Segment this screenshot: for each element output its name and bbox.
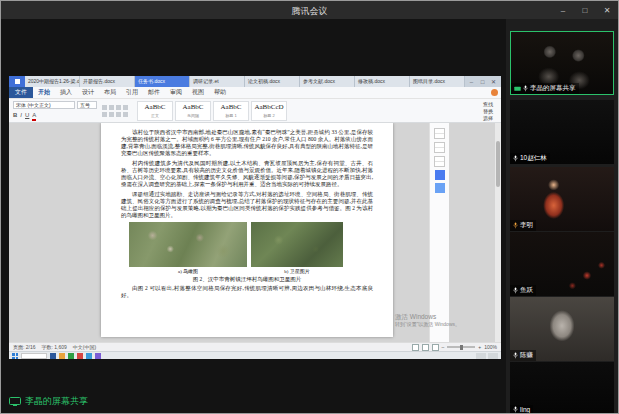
participant-tile[interactable]: 10赵仁林	[510, 100, 614, 164]
web-view-icon[interactable]	[432, 344, 439, 351]
editor-close-button[interactable]: ✕	[489, 78, 498, 85]
system-tray[interactable]	[476, 353, 498, 359]
participant-tile[interactable]: 李晶的屏幕共享	[510, 31, 614, 95]
participant-name: 李晶的屏幕共享	[530, 84, 576, 93]
zoom-slider-thumb[interactable]	[460, 345, 463, 350]
office-home-button[interactable]	[9, 76, 25, 87]
font-group: 宋体 (中文正文) 五号 B I U A	[13, 101, 97, 121]
mic-icon	[513, 352, 518, 359]
file-menu-button[interactable]: 文件	[9, 87, 33, 98]
participant-tile[interactable]: ling	[510, 362, 614, 413]
align-center-icon[interactable]	[109, 112, 114, 117]
font-size-select[interactable]: 五号	[77, 101, 97, 109]
zoom-slider[interactable]	[447, 346, 475, 348]
maximize-button[interactable]: □	[574, 1, 596, 19]
print-view-icon[interactable]	[422, 344, 429, 351]
navigation-panel-icon[interactable]	[434, 156, 445, 167]
document-tab[interactable]: 开题报告.docx	[80, 76, 135, 87]
document-tab[interactable]: 2020中期报告1.26-梁.docx	[25, 76, 80, 87]
zoom-level[interactable]: 100%	[484, 343, 497, 351]
align-left-icon[interactable]	[102, 112, 107, 117]
comments-panel-icon[interactable]	[434, 142, 445, 153]
font-color-button[interactable]: A	[32, 111, 36, 121]
doc-paragraph: 由图 2 可以看出,村落整体空间格局保存完好,传统肌理清晰可辨,周边农田与山林环…	[121, 285, 373, 299]
participant-tile[interactable]: 鱼跃	[510, 232, 614, 296]
doc-paragraph: 该村位于陕西省汉中市西南部,地处秦巴山区腹地,素有“秦巴明珠”之美誉,距县城约 …	[121, 129, 373, 157]
participant-tile[interactable]: 李明	[510, 167, 614, 231]
document-tab-active[interactable]: 任务书.docx	[135, 76, 190, 87]
scrollbar-thumb[interactable]	[496, 141, 500, 187]
style-heading2[interactable]: AaBbCcD 标题 2	[251, 101, 287, 121]
figure-label-a: a) 鸟瞰图	[129, 268, 247, 274]
outdent-icon[interactable]	[123, 105, 128, 110]
folder-app-icon[interactable]	[59, 353, 65, 359]
font-name-select[interactable]: 宋体 (中文正文)	[13, 101, 75, 109]
document-tab[interactable]: 参考文献.docx	[300, 76, 355, 87]
mic-icon	[513, 406, 518, 413]
menu-item-view[interactable]: 视图	[187, 87, 209, 98]
align-right-icon[interactable]	[116, 112, 121, 117]
style-no-spacing[interactable]: AaBbC 无间隔	[175, 101, 211, 121]
figure-label-b: b) 卫星图片	[251, 268, 343, 274]
replace-button[interactable]: 替换	[483, 108, 493, 114]
menu-item-design[interactable]: 设计	[77, 87, 99, 98]
close-button[interactable]: ✕	[596, 1, 618, 19]
italic-button[interactable]: I	[20, 111, 22, 121]
excel-app-icon[interactable]	[68, 353, 74, 359]
taskbar-search-box[interactable]	[21, 353, 47, 359]
format-buttons: B I U A	[13, 111, 97, 121]
mic-icon	[523, 85, 528, 92]
word-app-icon[interactable]	[50, 353, 56, 359]
document-tab[interactable]: 修改稿.docx	[355, 76, 410, 87]
tencent-meeting-window: 腾讯会议 – □ ✕ 2020中期报告1.26-梁.docx 开题报告.docx…	[0, 0, 619, 414]
vertical-scrollbar[interactable]	[495, 123, 501, 342]
document-page[interactable]: 该村位于陕西省汉中市西南部,地处秦巴山区腹地,素有“秦巴明珠”之美誉,距县城约 …	[101, 123, 393, 337]
editor-maximize-button[interactable]: □	[478, 79, 487, 85]
account-avatar[interactable]	[491, 89, 498, 96]
shared-screen-stage: 2020中期报告1.26-梁.docx 开题报告.docx 任务书.docx 调…	[1, 19, 506, 413]
menu-item-help[interactable]: 帮助	[209, 87, 231, 98]
document-tab[interactable]: 调研记录.et	[190, 76, 245, 87]
bullet-list-icon[interactable]	[102, 105, 107, 110]
participant-name-bar: 李晶的屏幕共享	[511, 83, 579, 94]
select-button[interactable]: 选择	[483, 115, 493, 121]
document-canvas: 该村位于陕西省汉中市西南部,地处秦巴山区腹地,素有“秦巴明珠”之美誉,距县城约 …	[9, 123, 501, 342]
style-normal[interactable]: AaBbC 正文	[137, 101, 173, 121]
editor-minimize-button[interactable]: –	[467, 79, 476, 85]
menu-item-references[interactable]: 引用	[121, 87, 143, 98]
tray-clock[interactable]	[488, 353, 498, 359]
zoom-in-button[interactable]: +	[478, 343, 481, 351]
menu-item-insert[interactable]: 插入	[55, 87, 77, 98]
style-heading1[interactable]: AaBbC 标题 1	[213, 101, 249, 121]
doc-paragraph: 课题组通过实地踏勘、走访座谈与测绘记录等方式,对村落的选址环境、空间格局、街巷肌…	[121, 191, 373, 219]
number-list-icon[interactable]	[109, 105, 114, 110]
document-tab[interactable]: 图纸目录.docx	[410, 76, 465, 87]
tray-icon[interactable]	[476, 353, 486, 359]
browser-app-icon[interactable]	[77, 353, 83, 359]
menu-item-mailings[interactable]: 邮件	[143, 87, 165, 98]
screen-share-icon	[514, 86, 521, 92]
participant-tile[interactable]: 陈赚	[510, 297, 614, 361]
music-app-icon[interactable]	[95, 353, 101, 359]
participant-name-bar: 10赵仁林	[510, 153, 550, 164]
find-button[interactable]: 查找	[483, 101, 493, 107]
bold-button[interactable]: B	[13, 111, 17, 121]
outline-panel-icon[interactable]	[434, 128, 445, 139]
menu-item-home[interactable]: 开始	[33, 87, 55, 98]
read-view-icon[interactable]	[412, 344, 419, 351]
window-controls: – □ ✕	[552, 1, 618, 19]
document-tab[interactable]: 论文初稿.docx	[245, 76, 300, 87]
titlebar: 腾讯会议 – □ ✕	[1, 1, 618, 19]
justify-icon[interactable]	[123, 112, 128, 117]
underline-button[interactable]: U	[25, 111, 29, 121]
menu-item-review[interactable]: 审阅	[165, 87, 187, 98]
menu-item-layout[interactable]: 布局	[99, 87, 121, 98]
chat-app-icon[interactable]	[86, 353, 92, 359]
zoom-out-button[interactable]: –	[442, 343, 445, 351]
indent-icon[interactable]	[116, 105, 121, 110]
cloud-panel-icon[interactable]	[435, 183, 445, 193]
start-button-icon[interactable]	[12, 353, 18, 359]
screen-share-icon	[9, 397, 21, 406]
minimize-button[interactable]: –	[552, 1, 574, 19]
share-panel-icon[interactable]	[435, 170, 445, 180]
